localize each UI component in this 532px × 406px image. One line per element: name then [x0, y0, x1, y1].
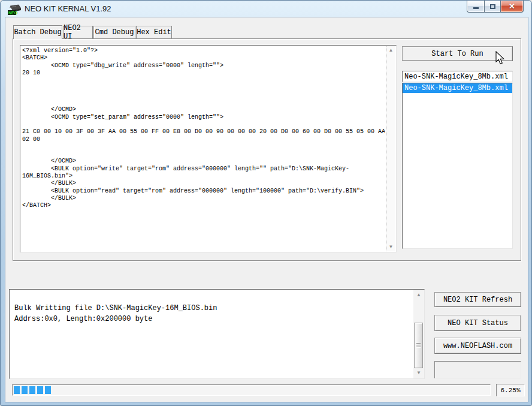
xml-content[interactable]: <?xml version="1.0"?> <BATCH> <OCMD type…	[20, 46, 385, 249]
tab-cmd-debug[interactable]: Cmd Debug	[93, 26, 135, 38]
neo-chip-icon: NEO	[8, 4, 22, 15]
scroll-up-icon[interactable]: ▲	[416, 291, 421, 299]
progress-segment	[14, 386, 20, 394]
window-title: NEO KIT KERNAL V1.92	[25, 4, 111, 13]
list-item[interactable]: Neo-SNK-MagicKey_8Mb.xml	[403, 83, 512, 93]
batch-xml-editor[interactable]: <?xml version="1.0"?> <BATCH> <OCMD type…	[20, 45, 397, 252]
close-button[interactable]: ✕	[501, 1, 524, 13]
progress-segment	[29, 386, 35, 394]
minimize-icon	[473, 7, 479, 9]
status-box	[434, 361, 521, 378]
scroll-down-icon[interactable]: ▼	[416, 369, 421, 377]
neoflash-website-button[interactable]: www.NEOFLASH.com	[434, 338, 521, 354]
maximize-icon	[490, 4, 495, 9]
scrollbar-thumb[interactable]	[414, 323, 423, 368]
xml-file-input[interactable]: Neo-SNK-MagicKey_8Mb.xml	[402, 71, 513, 82]
log-text: Bulk Writting file D:\SNK-MagicKey-16M_B…	[10, 290, 424, 324]
tab-label: Cmd Debug	[95, 28, 134, 37]
maximize-button[interactable]	[484, 1, 501, 13]
tab-label: Hex Edit	[137, 28, 171, 37]
progress-segment	[22, 386, 28, 394]
progress-segment	[37, 386, 43, 394]
start-to-run-label: Start To Run	[431, 50, 483, 58]
minimize-button[interactable]	[467, 1, 484, 13]
tab-batch-debug[interactable]: Batch Debug	[13, 25, 62, 39]
neo-kit-status-button[interactable]: NEO KIT Status	[434, 315, 521, 331]
tab-neo2-ui[interactable]: NEO2 UI	[63, 26, 93, 38]
tab-hex-edit[interactable]: Hex Edit	[136, 26, 172, 38]
app-window: NEO NEO KIT KERNAL V1.92 ✕ Batch Debug N…	[0, 0, 532, 406]
close-icon: ✕	[509, 2, 515, 10]
log-output[interactable]: Bulk Writting file D:\SNK-MagicKey-16M_B…	[9, 289, 425, 379]
window-controls: ✕	[467, 1, 524, 13]
scroll-up-icon[interactable]: ▲	[389, 46, 394, 55]
svg-text:NEO: NEO	[8, 11, 18, 15]
title-bar[interactable]: NEO NEO KIT KERNAL V1.92 ✕	[1, 1, 531, 17]
website-label: www.NEOFLASH.com	[443, 342, 512, 350]
scroll-down-icon[interactable]: ▼	[389, 243, 394, 251]
xml-file-listbox[interactable]: Neo-SNK-MagicKey_8Mb.xml	[402, 83, 513, 249]
progress-segment	[45, 386, 51, 394]
neo2-kit-refresh-button[interactable]: NEO2 KIT Refresh	[434, 292, 521, 307]
thumb-grip	[416, 342, 421, 348]
progress-bar	[12, 384, 491, 396]
log-scrollbar[interactable]: ▲ ▼	[413, 290, 424, 378]
mouse-cursor-icon	[494, 51, 507, 65]
status-label: NEO KIT Status	[448, 319, 508, 327]
editor-scrollbar[interactable]: ▲ ▼	[386, 46, 395, 251]
refresh-label: NEO2 KIT Refresh	[443, 296, 512, 304]
tab-label: Batch Debug	[14, 28, 61, 37]
progress-percent: 6.25%	[496, 384, 525, 396]
